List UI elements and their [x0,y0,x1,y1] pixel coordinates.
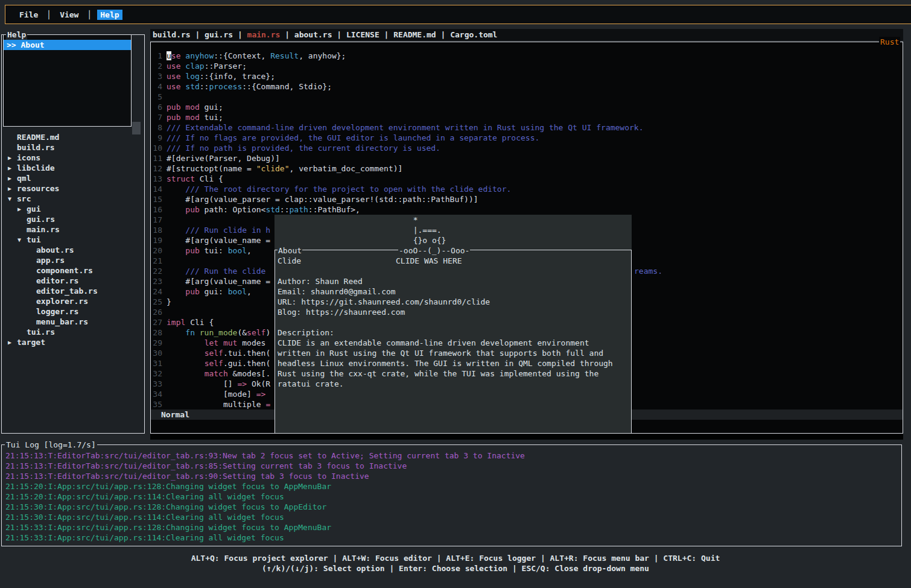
language-badge: Rust [879,37,900,47]
code-token [167,359,205,368]
code-line-14[interactable]: 14 /// The root directory for the projec… [151,184,903,194]
explorer-item-main.rs[interactable]: main.rs [17,224,60,235]
explorer-item-explorer.rs[interactable]: explorer.rs [27,296,88,306]
log-entry: 21:15:33:I:App:src/tui/app.rs:114:Cleari… [5,533,284,543]
line-number: 2 [151,61,162,71]
about-dialog-line: Email: shaunrd0@gmail.com [278,286,396,297]
code-token: pub mod [167,113,200,122]
explorer-item-label: menu_bar.rs [36,317,88,326]
tab-LICENSE[interactable]: LICENSE [346,30,379,39]
code-token: #[derive(Parser, Debug)] [167,154,280,163]
code-token: .gui.then( [223,359,270,368]
code-line-4[interactable]: 4use std::process::{Command, Stdio}; [151,81,903,92]
code-token: gui: [200,287,228,296]
code-line-11[interactable]: 11#[derive(Parser, Debug)] [151,153,903,163]
code-line-12[interactable]: 12#[structopt(name = "clide", verbatim_d… [151,163,903,174]
menu-bar: File│View│Help [5,5,911,24]
code-token: use [167,82,180,91]
code-line-16[interactable]: 16 pub path: Option<std::path::PathBuf>, [151,204,903,215]
explorer-item-libclide[interactable]: ▶libclide [8,163,55,173]
code-token: => [237,379,247,388]
chevron-down-icon[interactable]: ▼ [17,235,27,245]
line-number: 32 [151,368,162,379]
code-token [167,205,185,214]
tab-separator: | [191,30,205,39]
explorer-item-component.rs[interactable]: component.rs [27,265,93,276]
line-number: 18 [151,225,162,235]
help-dropdown-menu: Help >> About [3,34,132,127]
explorer-item-editor_tab.rs[interactable]: editor_tab.rs [27,286,98,296]
code-token: Result [270,51,299,60]
explorer-item-editor.rs[interactable]: editor.rs [27,276,78,286]
code-token: let mut [205,338,238,347]
chevron-right-icon[interactable]: ▶ [8,173,17,183]
line-number: 33 [151,379,162,389]
code-token: ::Parser; [205,62,247,71]
explorer-scrollbar-thumb[interactable] [132,122,141,134]
explorer-item-logger.rs[interactable]: logger.rs [27,306,78,317]
explorer-item-resources[interactable]: ▶resources [8,183,59,194]
menu-item-help[interactable]: Help [97,10,122,20]
explorer-item-qml[interactable]: ▶qml [8,173,31,183]
explorer-item-tui.rs[interactable]: tui.rs [17,327,55,337]
explorer-item-target[interactable]: ▶target [8,337,45,347]
explorer-item-label: tui.rs [27,327,55,337]
explorer-item-about.rs[interactable]: about.rs [27,245,74,255]
line-number: 10 [151,143,162,153]
code-line-10[interactable]: 10/// If no path is provided, the curren… [151,143,903,153]
line-number: 27 [151,317,162,327]
chevron-down-icon[interactable]: ▼ [8,194,17,204]
code-token: use [167,72,180,81]
code-token: anyhow [185,51,214,60]
code-token: std [185,82,199,91]
chevron-right-icon[interactable]: ▶ [8,183,17,194]
explorer-item-README.md[interactable]: README.md [8,132,59,142]
explorer-item-label: libclide [17,163,55,172]
vim-mode-indicator: Normal [161,410,189,419]
dropdown-item-about[interactable]: >> About [4,40,131,50]
chevron-right-icon[interactable]: ▶ [17,204,27,214]
line-number: 24 [151,286,162,297]
ascii-art-overlay: -ooO--(_)--Ooo- [398,245,470,256]
code-line-1[interactable]: 1use anyhow::{Context, Result, anyhow}; [151,51,903,61]
chevron-right-icon[interactable]: ▶ [8,337,17,347]
explorer-item-menu_bar.rs[interactable]: menu_bar.rs [27,317,88,327]
code-line-13[interactable]: 13struct Cli { [151,174,903,184]
tab-README.md[interactable]: README.md [393,30,436,39]
explorer-item-icons[interactable]: ▶icons [8,153,40,163]
tab-about.rs[interactable]: about.rs [294,30,332,39]
explorer-item-tui[interactable]: ▼tui [17,235,40,245]
explorer-item-label: about.rs [36,245,74,254]
explorer-item-label: editor.rs [36,276,78,285]
line-number: 6 [151,102,162,112]
code-line-5[interactable]: 5 [151,92,903,102]
code-line-6[interactable]: 6pub mod gui; [151,102,903,112]
code-token: Ok(R [247,379,270,388]
code-line-9[interactable]: 9/// If no flags are provided, the GUI e… [151,133,903,143]
explorer-item-src[interactable]: ▼src [8,194,31,204]
tab-main.rs[interactable]: main.rs [247,30,281,39]
menu-separator: │ [46,10,51,20]
tab-separator: | [436,30,450,39]
explorer-item-build.rs[interactable]: build.rs [8,142,55,153]
line-number: 25 [151,297,162,307]
explorer-item-gui.rs[interactable]: gui.rs [17,214,55,224]
tab-gui.rs[interactable]: gui.rs [205,30,233,39]
code-line-7[interactable]: 7pub mod tui; [151,112,903,122]
explorer-item-gui[interactable]: ▶gui [17,204,40,214]
menu-item-file[interactable]: File [16,10,41,20]
code-line-8[interactable]: 8/// Extendable command-line driven deve… [151,122,903,133]
code-line-2[interactable]: 2use clap::Parser; [151,61,903,71]
code-token: #[structopt(name = [167,164,256,173]
chevron-right-icon[interactable]: ▶ [8,153,17,163]
explorer-item-app.rs[interactable]: app.rs [27,255,65,265]
code-line-3[interactable]: 3use log::{info, trace}; [151,71,903,81]
code-line-15[interactable]: 15 #[arg(value_parser = clap::value_pars… [151,194,903,204]
line-number: 17 [151,215,162,225]
menu-item-view[interactable]: View [57,10,81,20]
explorer-item-label: resources [17,184,59,193]
tab-Cargo.toml[interactable]: Cargo.toml [450,30,497,39]
chevron-right-icon[interactable]: ▶ [8,163,17,173]
line-number: 35 [151,399,162,409]
tab-build.rs[interactable]: build.rs [153,30,191,39]
